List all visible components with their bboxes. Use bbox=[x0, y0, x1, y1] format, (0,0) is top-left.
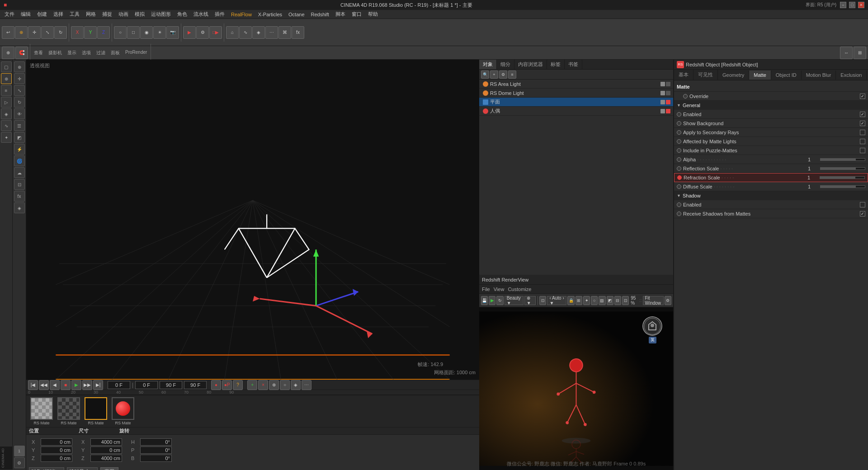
display-tool[interactable]: 显示 bbox=[66, 49, 78, 57]
end-frame-field[interactable] bbox=[160, 381, 182, 389]
record-help-btn[interactable]: ? bbox=[233, 380, 243, 390]
unit-dropdown[interactable]: 绝对尺寸 ▼ bbox=[67, 467, 98, 470]
tab-visibility[interactable]: 可见性 bbox=[693, 70, 718, 80]
tab-subdivision[interactable]: 细分 bbox=[497, 60, 514, 69]
frame-end-btn[interactable]: ▶| bbox=[93, 380, 103, 390]
record-btn[interactable]: ● bbox=[211, 380, 221, 390]
diffuse-slider[interactable] bbox=[820, 185, 865, 188]
vt-sim[interactable]: 🌀 bbox=[14, 155, 25, 166]
diffuse-bullet[interactable] bbox=[677, 184, 681, 189]
menu-snap[interactable]: 捕捉 bbox=[99, 10, 115, 19]
anim-btn2[interactable]: ○ bbox=[280, 380, 290, 390]
pos-x-field[interactable] bbox=[41, 438, 72, 446]
camera-tool[interactable]: 摄影机 bbox=[47, 49, 64, 57]
apply-sec-bullet[interactable] bbox=[677, 130, 681, 135]
rot-h-field[interactable] bbox=[140, 438, 172, 446]
prorender-tool[interactable]: ProRender bbox=[123, 49, 149, 57]
spline-btn[interactable]: ∿ bbox=[239, 26, 252, 39]
scene-icon[interactable]: ≡ bbox=[1, 85, 12, 96]
enabled-check[interactable] bbox=[860, 112, 865, 117]
prev-frame-btn[interactable]: ◀◀ bbox=[39, 380, 49, 390]
menu-select[interactable]: 选择 bbox=[51, 10, 66, 19]
vt-fx[interactable]: fx bbox=[14, 191, 25, 202]
show-bg-check[interactable] bbox=[860, 121, 865, 126]
rv-save-btn[interactable]: 💾 bbox=[481, 296, 488, 305]
menu-plugins[interactable]: 插件 bbox=[212, 10, 227, 19]
material-item-1[interactable]: RS Mate bbox=[29, 397, 54, 425]
menu-edit[interactable]: 编辑 bbox=[18, 10, 33, 19]
coord-btn1[interactable]: ↔ bbox=[840, 47, 853, 59]
menu-file[interactable]: 文件 bbox=[2, 10, 17, 19]
scale-btn[interactable]: ⤡ bbox=[41, 26, 54, 39]
snap-btn[interactable]: 🧲 bbox=[15, 47, 28, 59]
shadow-enabled-check[interactable] bbox=[860, 202, 865, 207]
vt-select[interactable]: ⊕ bbox=[14, 61, 25, 72]
vt-bp[interactable]: ⚡ bbox=[14, 144, 25, 155]
camera2-btn[interactable]: 📷 bbox=[166, 26, 179, 39]
window-controls[interactable]: − □ ✕ bbox=[840, 2, 864, 8]
rv-grid-btn[interactable]: ⊞ bbox=[576, 296, 582, 305]
menu-mograph[interactable]: 运动图形 bbox=[148, 10, 174, 19]
scene-item-rs-area-light[interactable]: RS Area Light bbox=[479, 80, 673, 89]
receive-shadows-check[interactable] bbox=[860, 211, 865, 216]
vt-mat[interactable]: ◩ bbox=[14, 132, 25, 143]
anim-btn4[interactable]: ⋯ bbox=[302, 380, 311, 390]
vt-layer[interactable]: ☰ bbox=[14, 120, 25, 131]
enabled-bullet[interactable] bbox=[677, 112, 681, 117]
rotate-btn[interactable]: ↻ bbox=[54, 26, 67, 39]
material-item-3[interactable]: RS Mate bbox=[83, 397, 108, 425]
null-btn[interactable]: ○ bbox=[114, 26, 127, 39]
fx-btn[interactable]: fx bbox=[292, 26, 304, 39]
y-axis-btn[interactable]: Y bbox=[84, 26, 97, 39]
vt-rotate[interactable]: ↻ bbox=[14, 97, 25, 108]
vt-env[interactable]: ☁ bbox=[14, 167, 25, 178]
filter-tool[interactable]: 过滤 bbox=[94, 49, 107, 57]
sphere-btn[interactable]: ◉ bbox=[140, 26, 153, 39]
rs-tag[interactable] bbox=[666, 100, 670, 104]
key-add-btn[interactable]: + bbox=[247, 380, 257, 390]
menu-pipeline[interactable]: 流水线 bbox=[191, 10, 211, 19]
menu-redshift[interactable]: Redshift bbox=[308, 11, 332, 18]
menu-character[interactable]: 角色 bbox=[175, 10, 190, 19]
vt-mat2[interactable]: ◈ bbox=[14, 202, 25, 213]
vt-cloner[interactable]: ⊡ bbox=[14, 179, 25, 190]
tab-motionblur[interactable]: Motion Blur bbox=[802, 70, 836, 80]
panel-tool[interactable]: 面板 bbox=[109, 49, 122, 57]
tab-tags[interactable]: 标签 bbox=[547, 60, 565, 69]
coord-btn2[interactable]: ⊞ bbox=[854, 47, 866, 59]
bp-icon[interactable]: ✦ bbox=[1, 132, 12, 143]
rot-p-field[interactable] bbox=[140, 446, 172, 454]
eye-icon-2[interactable] bbox=[660, 91, 665, 95]
next-frame-btn[interactable]: ▶▶ bbox=[82, 380, 92, 390]
rv-crop-btn[interactable]: ⊡ bbox=[539, 296, 546, 305]
tab-basic[interactable]: 基本 bbox=[674, 70, 693, 80]
z-axis-btn[interactable]: Z bbox=[97, 26, 110, 39]
maximize-btn[interactable]: □ bbox=[849, 2, 855, 8]
alpha-bullet[interactable] bbox=[677, 157, 681, 162]
override-check[interactable] bbox=[860, 94, 865, 99]
record-pos-btn[interactable]: ●P bbox=[222, 380, 232, 390]
render-btn[interactable]: ▶ bbox=[183, 26, 196, 39]
rv-settings-btn[interactable]: ⚙ bbox=[665, 296, 671, 305]
receive-shadows-bullet[interactable] bbox=[677, 212, 681, 216]
material-item-2[interactable]: RS Mate bbox=[56, 397, 81, 425]
rv-display-btn[interactable]: ◩ bbox=[607, 296, 613, 305]
menu-window[interactable]: 窗口 bbox=[349, 10, 364, 19]
scene-item-plane[interactable]: 平面 bbox=[479, 98, 673, 107]
material-item-4[interactable]: RS Mate bbox=[110, 397, 136, 425]
menu-create[interactable]: 创建 bbox=[34, 10, 50, 19]
render-icon[interactable]: ◈ bbox=[1, 108, 12, 119]
deform-btn[interactable]: ⌂ bbox=[226, 26, 239, 39]
close-btn[interactable]: ✕ bbox=[858, 2, 864, 8]
alpha-slider[interactable] bbox=[820, 158, 865, 161]
scene-item-character[interactable]: 人偶 bbox=[479, 107, 673, 116]
rv-lut-btn[interactable]: ▨ bbox=[599, 296, 605, 305]
object-icon[interactable]: ⊕ bbox=[1, 73, 12, 84]
size-z-field[interactable] bbox=[90, 455, 122, 462]
lock-icon-2[interactable] bbox=[666, 91, 670, 95]
render-view-btn[interactable]: □▶ bbox=[209, 26, 222, 39]
mograph-btn[interactable]: ⋯ bbox=[265, 26, 278, 39]
apply-sec-check[interactable] bbox=[860, 130, 865, 135]
apply-btn[interactable]: 应用 bbox=[100, 467, 118, 470]
play-back-btn[interactable]: ◀ bbox=[50, 380, 60, 390]
